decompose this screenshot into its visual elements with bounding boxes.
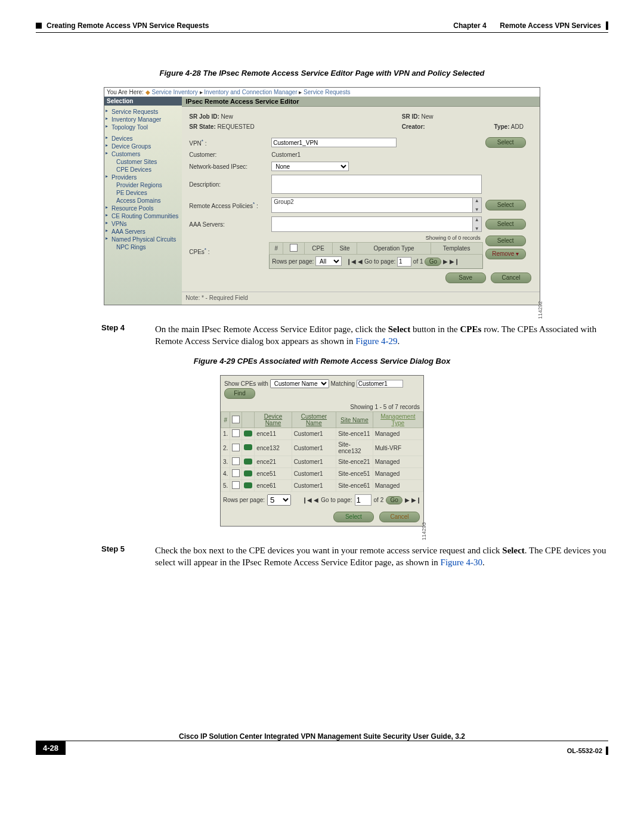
cpe-dialog-screenshot: 114293 Show CPEs with Customer Name Matc…: [220, 375, 424, 527]
aaa-listbox[interactable]: ▲▼: [271, 216, 481, 232]
select-all-checkbox[interactable]: [232, 416, 240, 423]
dialog-goto-label: Go to page:: [321, 497, 352, 503]
col-device[interactable]: Device Name: [255, 412, 292, 428]
nav-named-physical[interactable]: Named Physical Circuits: [108, 236, 178, 243]
breadcrumb-2[interactable]: Inventory and Connection Manager: [204, 89, 297, 95]
footer-bar-icon: [606, 747, 608, 755]
scrollbar-icon[interactable]: ▲▼: [472, 198, 481, 212]
breadcrumb-3[interactable]: Service Requests: [304, 89, 350, 95]
footer-title: Cisco IP Solution Center Integrated VPN …: [179, 732, 465, 741]
nav-resource-pools[interactable]: Resource Pools: [108, 205, 178, 212]
nav-device-groups[interactable]: Device Groups: [108, 143, 178, 150]
dialog-select-button[interactable]: Select: [333, 512, 374, 522]
cpe-col-op: Operation Type: [357, 243, 431, 255]
policies-select-button[interactable]: Select: [485, 200, 526, 210]
dialog-cancel-button[interactable]: Cancel: [379, 512, 420, 522]
aaa-select-button[interactable]: Select: [485, 219, 526, 230]
router-icon: [244, 482, 252, 488]
dialog-rows-select[interactable]: 5: [267, 494, 291, 506]
filter-column-select[interactable]: Customer Name: [270, 379, 329, 388]
goto-input[interactable]: [397, 257, 411, 267]
table-row: 4.ence51Customer1Site-ence51Managed: [221, 468, 423, 480]
nav-customers[interactable]: Customers: [108, 150, 178, 158]
type-value: ADD: [511, 123, 524, 130]
row-checkbox[interactable]: [232, 429, 240, 437]
cpe-select-all[interactable]: [290, 244, 298, 252]
col-customer[interactable]: Customer Name: [292, 412, 336, 428]
nav-access-domains[interactable]: Access Domains: [108, 197, 178, 205]
editor-title: IPsec Remote Access Service Editor: [182, 97, 540, 107]
policies-listbox[interactable]: Group2 ▲▼: [271, 197, 481, 213]
nav-vpns[interactable]: VPNs: [108, 220, 178, 228]
cpes-label: CPEs: [189, 249, 205, 255]
nav-provider-regions[interactable]: Provider Regions: [108, 181, 178, 189]
step4-text: On the main IPsec Remote Access Service …: [155, 323, 608, 348]
matching-input[interactable]: [357, 380, 403, 388]
dialog-go-button[interactable]: Go: [386, 496, 402, 504]
save-button[interactable]: Save: [445, 272, 486, 283]
nav-pe-devices[interactable]: PE Devices: [108, 189, 178, 197]
cpe-select-button[interactable]: Select: [485, 236, 526, 246]
show-cpes-label: Show CPEs with: [224, 380, 268, 387]
nav-topology-tool[interactable]: Topology Tool: [108, 123, 178, 131]
vpn-input[interactable]: [271, 138, 397, 147]
find-button[interactable]: Find: [224, 388, 255, 399]
type-label: Type:: [494, 123, 510, 130]
row-checkbox[interactable]: [232, 457, 240, 465]
col-mgmt[interactable]: Management Type: [373, 412, 423, 428]
nav-devices[interactable]: Devices: [108, 135, 178, 143]
breadcrumb-1[interactable]: Service Inventory: [151, 89, 197, 95]
ipsec-select[interactable]: None: [271, 162, 349, 171]
cpe-count: Showing 0 of 0 records: [269, 234, 482, 242]
cancel-button[interactable]: Cancel: [491, 272, 531, 283]
figure-4-30-link[interactable]: Figure 4-30: [441, 558, 482, 567]
nav-customer-sites[interactable]: Customer Sites: [108, 158, 178, 166]
vpn-label: VPN: [189, 140, 202, 147]
dialog-goto-input[interactable]: [355, 494, 371, 506]
cpe-remove-button[interactable]: Remove ▾: [485, 249, 526, 259]
router-icon: [244, 431, 252, 436]
ipsec-label: Network-based IPsec:: [187, 160, 269, 173]
sr-job-label: SR Job ID:: [189, 113, 219, 120]
header-square-icon: [36, 23, 42, 29]
sr-id-value: New: [422, 113, 434, 120]
rows-per-page-select[interactable]: All: [315, 256, 342, 266]
row-checkbox[interactable]: [232, 469, 240, 477]
go-button[interactable]: Go: [425, 258, 441, 266]
page-number: 4-28: [36, 741, 66, 755]
table-row: 3.ence21Customer1Site-ence21Managed: [221, 456, 423, 468]
nav-aaa-servers[interactable]: AAA Servers: [108, 228, 178, 236]
router-icon: [244, 470, 252, 476]
sr-id-label: SR ID:: [402, 113, 420, 120]
cpe-col-num: #: [270, 243, 283, 255]
router-icon: [244, 444, 252, 450]
sr-job-value: New: [221, 113, 233, 120]
nav-service-requests[interactable]: Service Requests: [108, 108, 178, 116]
router-icon: [244, 459, 252, 465]
nav-npc-rings[interactable]: NPC Rings: [108, 243, 178, 251]
figure-4-29-link[interactable]: Figure 4-29: [355, 336, 397, 346]
vpn-select-button[interactable]: Select: [485, 137, 526, 148]
row-checkbox[interactable]: [232, 444, 240, 451]
description-input[interactable]: [271, 175, 481, 194]
figure-29-caption: Figure 4-29 CPEs Associated with Remote …: [36, 357, 608, 366]
nav-cpe-devices[interactable]: CPE Devices: [108, 166, 178, 174]
section-title: Creating Remote Access VPN Service Reque…: [47, 21, 209, 30]
row-checkbox[interactable]: [232, 481, 240, 489]
cpe-table: # Device Name Customer Name Site Name Ma…: [221, 411, 423, 492]
col-site[interactable]: Site Name: [336, 412, 373, 428]
customer-value: Customer1: [271, 151, 301, 158]
figure-29-id: 114293: [421, 522, 427, 540]
figure-28-id: 114292: [537, 301, 543, 319]
ipsec-editor-screenshot: 114292 You Are Here: ◆ Service Inventory…: [104, 87, 540, 305]
step4-label: Step 4: [101, 323, 155, 348]
nav-inventory-manager[interactable]: Inventory Manager: [108, 116, 178, 123]
nav-providers[interactable]: Providers: [108, 174, 178, 181]
creator-label: Creator:: [402, 123, 425, 130]
policies-value: Group2: [272, 198, 472, 212]
doc-id: OL-5532-02: [567, 747, 602, 754]
scrollbar-icon[interactable]: ▲▼: [472, 217, 481, 231]
of-label: of 1: [413, 258, 423, 265]
nav-ce-routing[interactable]: CE Routing Communities: [108, 212, 178, 220]
description-label: Description:: [187, 173, 269, 196]
